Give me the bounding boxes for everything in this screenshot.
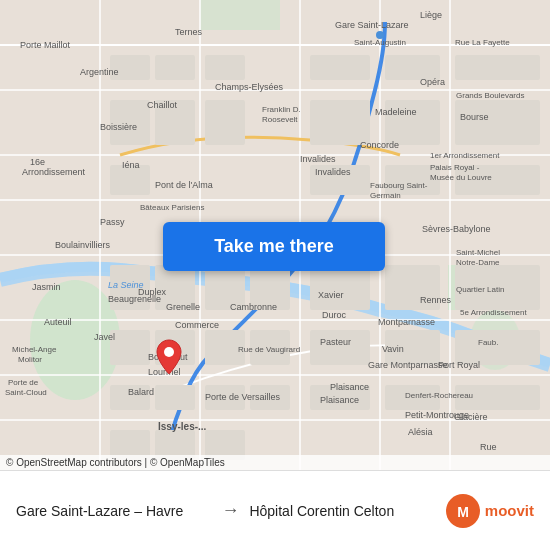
svg-text:5e Arrondissement: 5e Arrondissement xyxy=(460,308,527,317)
svg-text:Pasteur: Pasteur xyxy=(320,337,351,347)
svg-rect-29 xyxy=(455,100,540,145)
svg-text:Jasmin: Jasmin xyxy=(32,282,61,292)
svg-text:Quartier Latin: Quartier Latin xyxy=(456,285,504,294)
svg-text:Duplex: Duplex xyxy=(138,287,167,297)
svg-text:Denfert-Rochereau: Denfert-Rochereau xyxy=(405,391,473,400)
svg-point-130 xyxy=(164,347,174,357)
svg-text:Commerce: Commerce xyxy=(175,320,219,330)
svg-text:Franklin D.: Franklin D. xyxy=(262,105,301,114)
svg-text:Faubourg Saint-: Faubourg Saint- xyxy=(370,181,428,190)
svg-rect-22 xyxy=(205,55,245,80)
svg-text:Invalides: Invalides xyxy=(315,167,351,177)
svg-text:Bâteaux Parisiens: Bâteaux Parisiens xyxy=(140,203,204,212)
svg-rect-41 xyxy=(110,330,150,365)
svg-text:Balard: Balard xyxy=(128,387,154,397)
svg-text:Javel: Javel xyxy=(94,332,115,342)
route-to: Hôpital Corentin Celton xyxy=(249,503,444,519)
svg-rect-38 xyxy=(310,265,370,310)
svg-text:Concorde: Concorde xyxy=(360,140,399,150)
svg-rect-23 xyxy=(205,100,245,145)
moovit-logo: M moovit xyxy=(445,493,534,529)
svg-text:Porte Maillot: Porte Maillot xyxy=(20,40,71,50)
location-pin-icon xyxy=(155,339,183,375)
svg-text:Palais Royal -: Palais Royal - xyxy=(430,163,480,172)
svg-text:Duroc: Duroc xyxy=(322,310,347,320)
svg-text:Plaisance: Plaisance xyxy=(320,395,359,405)
svg-text:Bourse: Bourse xyxy=(460,112,489,122)
svg-text:Boulainvilliers: Boulainvilliers xyxy=(55,240,111,250)
bottom-bar: Gare Saint-Lazare – Havre → Hôpital Core… xyxy=(0,470,550,550)
svg-rect-19 xyxy=(155,55,195,80)
route-from: Gare Saint-Lazare – Havre xyxy=(16,503,211,519)
moovit-text: moovit xyxy=(485,502,534,519)
svg-rect-28 xyxy=(455,55,540,80)
svg-text:Grands Boulevards: Grands Boulevards xyxy=(456,91,524,100)
svg-text:Chaillot: Chaillot xyxy=(147,100,178,110)
svg-text:Iéna: Iéna xyxy=(122,160,140,170)
svg-text:Michel-Ange: Michel-Ange xyxy=(12,345,57,354)
svg-rect-45 xyxy=(310,330,370,365)
svg-text:Cambronne: Cambronne xyxy=(230,302,277,312)
svg-text:Rue: Rue xyxy=(480,442,497,452)
svg-text:Glacière: Glacière xyxy=(454,412,488,422)
svg-text:Germain: Germain xyxy=(370,191,401,200)
svg-text:Auteuil: Auteuil xyxy=(44,317,72,327)
svg-text:Rue La Fayette: Rue La Fayette xyxy=(455,38,510,47)
take-me-there-button[interactable]: Take me there xyxy=(163,222,385,271)
svg-text:Ternes: Ternes xyxy=(175,27,203,37)
svg-text:Arrondissement: Arrondissement xyxy=(22,167,86,177)
svg-text:Porte de Versailles: Porte de Versailles xyxy=(205,392,281,402)
svg-text:Champs-Elysées: Champs-Elysées xyxy=(215,82,284,92)
svg-text:Porte de: Porte de xyxy=(8,378,39,387)
svg-text:Xavier: Xavier xyxy=(318,290,344,300)
svg-text:Port Royal: Port Royal xyxy=(438,360,480,370)
moovit-icon: M xyxy=(445,493,481,529)
svg-text:Pont de l'Alma: Pont de l'Alma xyxy=(155,180,213,190)
route-arrow-icon: → xyxy=(211,500,249,521)
svg-text:Saint-Cloud: Saint-Cloud xyxy=(5,388,47,397)
svg-text:Madeleine: Madeleine xyxy=(375,107,417,117)
svg-text:Liège: Liège xyxy=(420,10,442,20)
svg-text:Plaisance: Plaisance xyxy=(330,382,369,392)
svg-text:Rue de Vaugirard: Rue de Vaugirard xyxy=(238,345,300,354)
svg-text:Gare Montparnasse: Gare Montparnasse xyxy=(368,360,448,370)
svg-text:Boissière: Boissière xyxy=(100,122,137,132)
svg-rect-25 xyxy=(310,100,370,145)
svg-text:Faub.: Faub. xyxy=(478,338,498,347)
svg-text:Passy: Passy xyxy=(100,217,125,227)
svg-text:Montparnasse: Montparnasse xyxy=(378,317,435,327)
svg-text:Sèvres-Babylone: Sèvres-Babylone xyxy=(422,224,491,234)
svg-text:Molitor: Molitor xyxy=(18,355,42,364)
svg-text:Grenelle: Grenelle xyxy=(166,302,200,312)
svg-text:Saint-Augustin: Saint-Augustin xyxy=(354,38,406,47)
svg-text:Vavin: Vavin xyxy=(382,344,404,354)
svg-text:Invalides: Invalides xyxy=(300,154,336,164)
svg-text:M: M xyxy=(457,504,469,520)
svg-text:16e: 16e xyxy=(30,157,45,167)
svg-text:Gare Saint-Lazare: Gare Saint-Lazare xyxy=(335,20,409,30)
svg-text:1er Arrondissement: 1er Arrondissement xyxy=(430,151,500,160)
svg-text:Rennes: Rennes xyxy=(420,295,452,305)
svg-text:Issy-les-...: Issy-les-... xyxy=(158,421,207,432)
svg-text:Notre-Dame: Notre-Dame xyxy=(456,258,500,267)
svg-rect-24 xyxy=(310,55,370,80)
svg-text:Saint-Michel: Saint-Michel xyxy=(456,248,500,257)
svg-text:Argentine: Argentine xyxy=(80,67,119,77)
map-container: Porte Maillot Argentine Ternes Gare Sain… xyxy=(0,0,550,470)
svg-rect-2 xyxy=(200,0,280,30)
svg-text:Roosevelt: Roosevelt xyxy=(262,115,298,124)
svg-text:Opéra: Opéra xyxy=(420,77,445,87)
svg-text:Alésia: Alésia xyxy=(408,427,433,437)
svg-text:Musée du Louvre: Musée du Louvre xyxy=(430,173,492,182)
map-attribution: © OpenStreetMap contributors | © OpenMap… xyxy=(0,455,550,470)
svg-rect-49 xyxy=(155,385,195,410)
